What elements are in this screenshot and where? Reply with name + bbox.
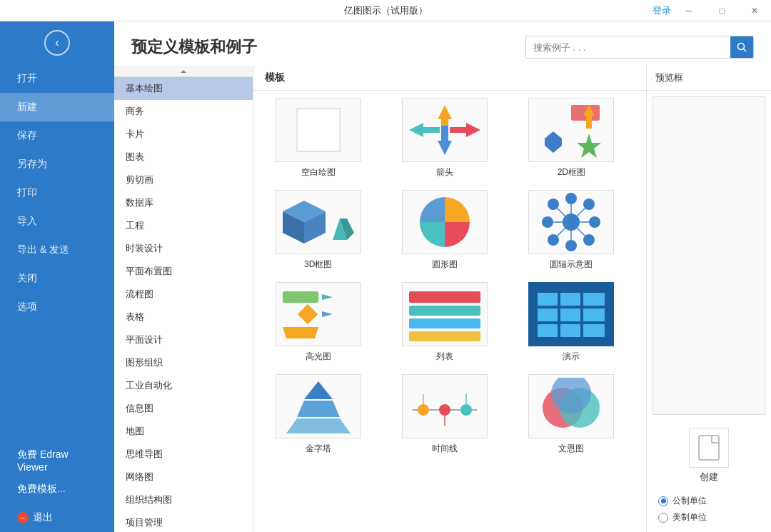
sidebar-item-free-template[interactable]: 免费模板... [0, 475, 114, 503]
category-item-database[interactable]: 数据库 [114, 191, 253, 214]
category-item-fashion[interactable]: 时装设计 [114, 237, 253, 260]
template-item-circular[interactable]: 圆辐示意图 [514, 190, 629, 271]
close-button[interactable]: ✕ [738, 0, 771, 21]
svg-point-20 [565, 240, 577, 251]
minimize-button[interactable]: ─ [672, 0, 705, 21]
sidebar-item-free-edraw[interactable]: 免费 Edraw Viewer [0, 446, 114, 475]
content-top: 预定义模板和例子 [114, 21, 771, 66]
sidebar-item-save[interactable]: 保存 [0, 121, 114, 150]
template-thumb-circular [528, 190, 614, 254]
template-thumb-list [402, 282, 488, 346]
category-item-business[interactable]: 商务 [114, 100, 253, 123]
sidebar-item-options[interactable]: 选项 [0, 293, 114, 321]
template-item-circle[interactable]: 圆形图 [387, 190, 502, 271]
svg-rect-45 [538, 293, 558, 306]
create-label: 创建 [700, 471, 718, 483]
svg-rect-52 [560, 324, 580, 337]
category-item-network[interactable]: 网络图 [114, 466, 253, 488]
category-item-floorplan[interactable]: 平面布置图 [114, 260, 253, 283]
category-item-project[interactable]: 项目管理 [114, 511, 253, 532]
template-item-arrow[interactable]: 箭头 [387, 98, 502, 179]
template-label-presentation: 演示 [563, 351, 580, 363]
template-thumb-highlight [276, 282, 361, 346]
radio-circle-imperial [658, 513, 668, 523]
template-item-2d[interactable]: 2D框图 [514, 98, 629, 179]
sidebar-item-exit[interactable]: − 退出 [0, 503, 114, 532]
svg-point-19 [565, 193, 577, 204]
category-item-basic[interactable]: 基本绘图 [114, 77, 253, 100]
scroll-up-icon [180, 69, 187, 74]
radio-imperial[interactable]: 美制单位 [658, 511, 760, 523]
svg-point-58 [418, 404, 429, 416]
back-button[interactable]: ‹ [0, 21, 114, 64]
svg-rect-43 [409, 331, 480, 341]
category-item-card[interactable]: 卡片 [114, 123, 253, 146]
svg-rect-49 [560, 308, 580, 321]
category-item-table[interactable]: 表格 [114, 306, 253, 328]
search-input[interactable] [526, 39, 730, 56]
sidebar-item-print[interactable]: 打印 [0, 179, 114, 207]
sidebar-item-new[interactable]: 新建 [0, 93, 114, 121]
svg-marker-6 [409, 123, 440, 137]
svg-marker-10 [545, 131, 562, 153]
svg-marker-38 [322, 311, 333, 317]
template-thumb-3d [276, 190, 361, 254]
template-thumb-2d [528, 98, 614, 162]
search-icon [737, 42, 747, 52]
category-item-mindmap[interactable]: 思维导图 [114, 443, 253, 466]
search-box [525, 36, 754, 59]
sidebar-item-saveas[interactable]: 另存为 [0, 150, 114, 179]
template-item-pyramid[interactable]: 金字塔 [261, 374, 376, 455]
svg-point-60 [460, 404, 472, 416]
category-item-shape[interactable]: 图形组织 [114, 351, 253, 374]
template-item-highlight[interactable]: 高光图 [261, 282, 376, 363]
category-item-engineering[interactable]: 工程 [114, 214, 253, 237]
template-label-3d: 3D框图 [304, 259, 332, 271]
svg-marker-7 [450, 123, 480, 137]
login-button[interactable]: 登录 [652, 4, 671, 17]
template-item-blank[interactable]: 空白绘图 [261, 98, 376, 179]
svg-point-22 [589, 216, 600, 228]
svg-rect-50 [583, 308, 605, 321]
template-label-arrow: 箭头 [436, 166, 453, 179]
category-item-industrial[interactable]: 工业自动化 [114, 374, 253, 397]
template-label-highlight: 高光图 [306, 351, 331, 363]
create-button[interactable]: 创建 [689, 428, 729, 483]
svg-rect-48 [538, 308, 558, 321]
sidebar-item-open[interactable]: 打开 [0, 64, 114, 93]
category-item-map[interactable]: 地图 [114, 420, 253, 443]
svg-marker-36 [322, 294, 333, 300]
template-item-timeline[interactable]: 时间线 [387, 374, 502, 455]
category-item-clipart[interactable]: 剪切画 [114, 169, 253, 191]
create-icon-box [689, 428, 729, 468]
template-item-presentation[interactable]: 演示 [514, 282, 629, 363]
template-item-venn[interactable]: 文恩图 [514, 374, 629, 455]
svg-rect-53 [583, 324, 605, 337]
template-panel: 模板 空白绘图 [253, 66, 646, 532]
search-button[interactable] [730, 36, 753, 58]
template-item-list[interactable]: 列表 [387, 282, 502, 363]
sidebar-item-close[interactable]: 关闭 [0, 264, 114, 293]
sidebar-item-import[interactable]: 导入 [0, 207, 114, 236]
sidebar-menu: 打开 新建 保存 另存为 打印 导入 导出 & 发送 关闭 选项 免费 Edra… [0, 64, 114, 532]
svg-rect-67 [699, 436, 719, 460]
back-icon: ‹ [44, 30, 70, 56]
svg-rect-35 [283, 291, 318, 303]
sidebar-item-export[interactable]: 导出 & 发送 [0, 236, 114, 264]
category-item-infographic[interactable]: 信息图 [114, 397, 253, 420]
svg-rect-51 [538, 324, 558, 337]
category-item-chart[interactable]: 图表 [114, 146, 253, 169]
category-item-flatdesign[interactable]: 平面设计 [114, 328, 253, 351]
category-item-flowchart[interactable]: 流程图 [114, 283, 253, 306]
template-grid-container[interactable]: 空白绘图 [253, 91, 646, 532]
maximize-button[interactable]: □ [705, 0, 738, 21]
template-header: 模板 [253, 66, 646, 91]
preview-box [652, 96, 765, 415]
template-item-3d[interactable]: 3D框图 [261, 190, 376, 271]
svg-marker-56 [286, 418, 351, 433]
category-scroll-up[interactable] [114, 66, 253, 77]
exit-icon: − [17, 512, 29, 523]
category-item-orgchart[interactable]: 组织结构图 [114, 488, 253, 511]
svg-rect-47 [583, 293, 605, 306]
radio-public[interactable]: 公制单位 [658, 495, 760, 507]
